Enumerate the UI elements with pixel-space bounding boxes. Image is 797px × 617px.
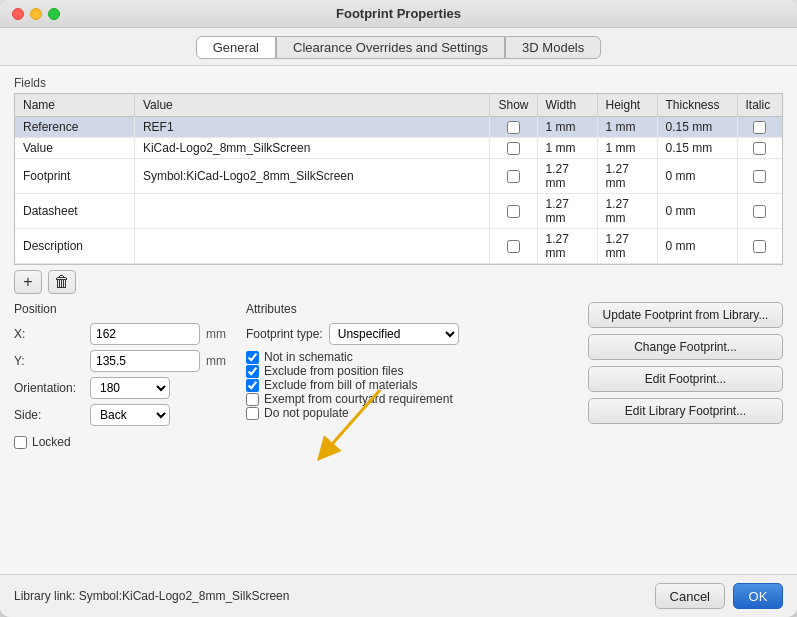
field-height: 1 mm: [597, 117, 657, 138]
field-name: Datasheet: [15, 194, 134, 229]
table-row[interactable]: ValueKiCad-Logo2_8mm_SilkScreen1 mm1 mm0…: [15, 138, 782, 159]
fields-table-container: Name Value Show Width Height Thickness I…: [14, 93, 783, 265]
attr-checkbox-row: Exempt from courtyard requirement: [246, 392, 576, 406]
table-row[interactable]: FootprintSymbol:KiCad-Logo2_8mm_SilkScre…: [15, 159, 782, 194]
titlebar: Footprint Properties: [0, 0, 797, 28]
field-width: 1 mm: [537, 117, 597, 138]
edit-library-footprint-button[interactable]: Edit Library Footprint...: [588, 398, 783, 424]
tab-clearance[interactable]: Clearance Overrides and Settings: [276, 36, 505, 59]
attr-checkbox-label-0: Not in schematic: [264, 350, 353, 364]
italic-checkbox[interactable]: [753, 121, 766, 134]
footprint-type-select[interactable]: Unspecified SMD Through hole Other: [329, 323, 459, 345]
delete-field-button[interactable]: 🗑: [48, 270, 76, 294]
x-unit: mm: [206, 327, 226, 341]
y-row: Y: mm: [14, 350, 234, 372]
field-height: 1.27 mm: [597, 229, 657, 264]
field-value: Symbol:KiCad-Logo2_8mm_SilkScreen: [134, 159, 490, 194]
show-checkbox[interactable]: [507, 240, 520, 253]
col-width: Width: [537, 94, 597, 117]
italic-checkbox[interactable]: [753, 205, 766, 218]
col-thickness: Thickness: [657, 94, 737, 117]
x-label: X:: [14, 327, 84, 341]
y-label: Y:: [14, 354, 84, 368]
field-thickness: 0 mm: [657, 159, 737, 194]
table-row[interactable]: Datasheet1.27 mm1.27 mm0 mm: [15, 194, 782, 229]
field-thickness: 0 mm: [657, 229, 737, 264]
add-field-button[interactable]: +: [14, 270, 42, 294]
tab-general[interactable]: General: [196, 36, 276, 59]
library-link: Library link: Symbol:KiCad-Logo2_8mm_Sil…: [14, 589, 289, 603]
field-name: Value: [15, 138, 134, 159]
attr-checkbox-4[interactable]: [246, 407, 259, 420]
locked-checkbox[interactable]: [14, 436, 27, 449]
italic-checkbox[interactable]: [753, 240, 766, 253]
ok-button[interactable]: OK: [733, 583, 783, 609]
field-show: [490, 117, 537, 138]
field-show: [490, 138, 537, 159]
field-height: 1 mm: [597, 138, 657, 159]
attr-checkbox-row: Exclude from bill of materials: [246, 378, 576, 392]
position-title: Position: [14, 302, 234, 316]
field-width: 1.27 mm: [537, 194, 597, 229]
attr-checkbox-row: Do not populate: [246, 406, 576, 420]
field-name: Footprint: [15, 159, 134, 194]
main-content: Fields Name Value Show Width Height Thic…: [0, 66, 797, 574]
y-input[interactable]: [90, 350, 200, 372]
field-thickness: 0.15 mm: [657, 138, 737, 159]
attr-checkbox-label-2: Exclude from bill of materials: [264, 378, 417, 392]
field-value: [134, 229, 490, 264]
italic-checkbox[interactable]: [753, 142, 766, 155]
main-window: Footprint Properties General Clearance O…: [0, 0, 797, 617]
field-value: [134, 194, 490, 229]
italic-checkbox[interactable]: [753, 170, 766, 183]
field-thickness: 0.15 mm: [657, 117, 737, 138]
edit-footprint-button[interactable]: Edit Footprint...: [588, 366, 783, 392]
update-footprint-button[interactable]: Update Footprint from Library...: [588, 302, 783, 328]
tab-3dmodels[interactable]: 3D Models: [505, 36, 601, 59]
attr-checkbox-0[interactable]: [246, 351, 259, 364]
table-row[interactable]: ReferenceREF11 mm1 mm0.15 mm: [15, 117, 782, 138]
position-panel: Position X: mm Y: mm Orientation: 180 0: [14, 302, 234, 449]
change-footprint-button[interactable]: Change Footprint...: [588, 334, 783, 360]
right-buttons-panel: Update Footprint from Library... Change …: [588, 302, 783, 424]
x-input[interactable]: [90, 323, 200, 345]
bottom-bar: Library link: Symbol:KiCad-Logo2_8mm_Sil…: [0, 574, 797, 617]
orientation-row: Orientation: 180 0 90 270: [14, 377, 234, 399]
footprint-type-label: Footprint type:: [246, 327, 323, 341]
show-checkbox[interactable]: [507, 121, 520, 134]
col-name: Name: [15, 94, 134, 117]
col-height: Height: [597, 94, 657, 117]
locked-label: Locked: [32, 435, 71, 449]
x-row: X: mm: [14, 323, 234, 345]
maximize-button[interactable]: [48, 8, 60, 20]
checkboxes-container: Not in schematicExclude from position fi…: [246, 350, 576, 420]
minimize-button[interactable]: [30, 8, 42, 20]
field-name: Description: [15, 229, 134, 264]
locked-row: Locked: [14, 435, 234, 449]
attr-checkbox-2[interactable]: [246, 379, 259, 392]
table-row[interactable]: Description1.27 mm1.27 mm0 mm: [15, 229, 782, 264]
library-link-prefix: Library link:: [14, 589, 79, 603]
attr-checkbox-1[interactable]: [246, 365, 259, 378]
cancel-button[interactable]: Cancel: [655, 583, 725, 609]
col-value: Value: [134, 94, 490, 117]
field-width: 1.27 mm: [537, 159, 597, 194]
show-checkbox[interactable]: [507, 205, 520, 218]
attr-checkbox-label-3: Exempt from courtyard requirement: [264, 392, 453, 406]
footprint-type-row: Footprint type: Unspecified SMD Through …: [246, 323, 576, 345]
side-select[interactable]: Back Front: [90, 404, 170, 426]
field-italic: [737, 138, 782, 159]
side-label: Side:: [14, 408, 84, 422]
field-italic: [737, 194, 782, 229]
field-height: 1.27 mm: [597, 194, 657, 229]
attr-checkbox-3[interactable]: [246, 393, 259, 406]
field-name: Reference: [15, 117, 134, 138]
show-checkbox[interactable]: [507, 142, 520, 155]
col-italic: Italic: [737, 94, 782, 117]
field-italic: [737, 117, 782, 138]
field-width: 1 mm: [537, 138, 597, 159]
close-button[interactable]: [12, 8, 24, 20]
orientation-select[interactable]: 180 0 90 270: [90, 377, 170, 399]
col-show: Show: [490, 94, 537, 117]
show-checkbox[interactable]: [507, 170, 520, 183]
